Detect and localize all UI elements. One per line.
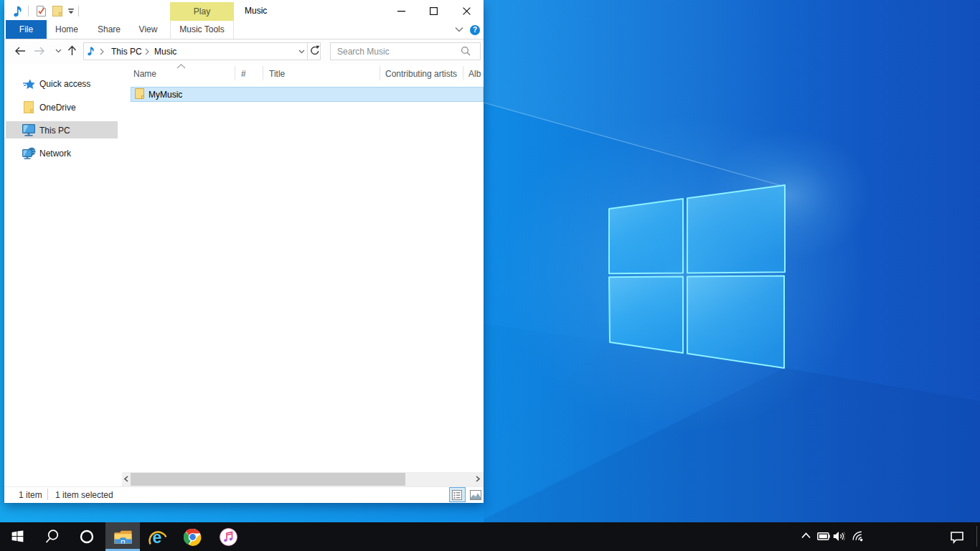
svg-text:e: e: [152, 528, 161, 547]
